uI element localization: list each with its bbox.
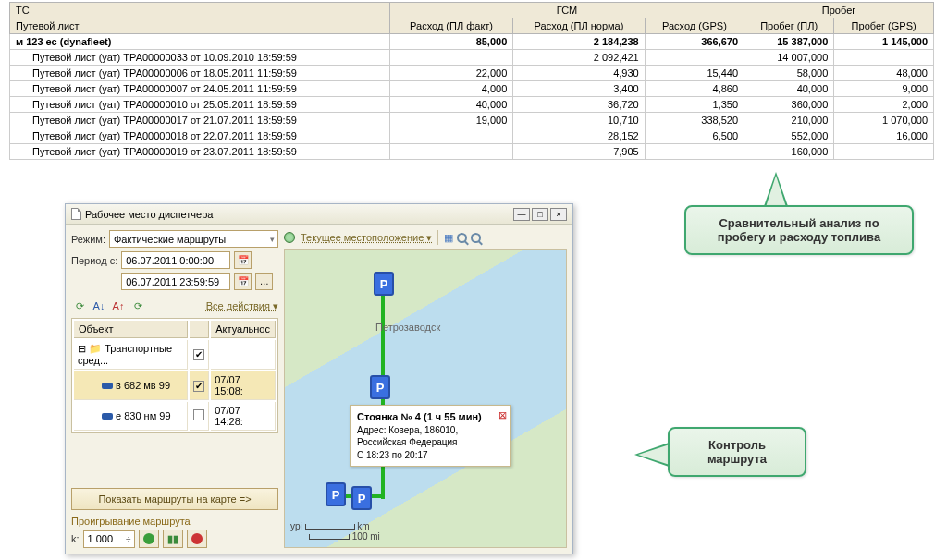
- table-row: Путевой лист (уат) ТРА00000006 от 18.05.…: [10, 66, 934, 81]
- col-waybill: Путевой лист: [10, 18, 390, 34]
- mode-label: Режим:: [71, 234, 105, 245]
- group-row: м 123 ес (dynafleet) 85,000 2 184,238 36…: [10, 34, 934, 50]
- tree-toolbar: ⟳ A↓ A↑ ⟳ Все действия ▾: [71, 298, 278, 314]
- map[interactable]: P P P P Петрозаводск ⊠ Стоянка № 4 (1 ч …: [284, 249, 567, 548]
- refresh-icon[interactable]: ⟳: [71, 298, 88, 314]
- reload-icon[interactable]: ⟳: [129, 298, 146, 314]
- col-gsm: ГСМ: [389, 3, 744, 18]
- tree-item-row[interactable]: е 830 нм 99 07/07 14:28:: [74, 402, 276, 431]
- dispatcher-window: Рабочее место диспетчера — □ × Режим: Фа…: [65, 203, 573, 554]
- table-row: Путевой лист (уат) ТРА00000017 от 21.07.…: [10, 113, 934, 128]
- parking-marker[interactable]: P: [374, 272, 394, 296]
- table-row: Путевой лист (уат) ТРА00000033 от 10.09.…: [10, 50, 934, 66]
- period-preset-button[interactable]: …: [255, 273, 273, 290]
- car-icon: [102, 383, 113, 389]
- checkbox[interactable]: ✔: [193, 349, 204, 360]
- car-icon: [102, 413, 113, 420]
- table-row: Путевой лист (уат) ТРА00000018 от 22.07.…: [10, 128, 934, 144]
- period-from-input[interactable]: 06.07.2011 0:00:00: [121, 251, 230, 269]
- pause-button[interactable]: ▮▮: [163, 530, 183, 548]
- parking-marker[interactable]: P: [351, 486, 372, 510]
- sort-asc-icon[interactable]: A↓: [91, 298, 107, 314]
- parking-marker[interactable]: P: [370, 375, 390, 399]
- zoom-in-icon[interactable]: [457, 233, 467, 243]
- period-to-input[interactable]: 06.07.2011 23:59:59: [121, 273, 230, 290]
- table-row: Путевой лист (уат) ТРА00000019 от 23.07.…: [10, 144, 934, 160]
- col-mileage-pl: Пробег (ПЛ): [744, 18, 834, 34]
- right-panel: Текущее местоположение ▾ ▦ P P P P Петро…: [284, 230, 567, 548]
- close-button[interactable]: ×: [550, 208, 567, 221]
- col-mileage: Пробег: [744, 3, 934, 18]
- city-label: Петрозаводск: [375, 322, 440, 333]
- tooltip-time: С 18:23 по 20:17: [357, 450, 428, 460]
- window-title: Рабочее место диспетчера: [85, 209, 213, 220]
- col-actual: Актуальнос: [211, 321, 276, 338]
- map-tooltip: ⊠ Стоянка № 4 (1 ч 55 мин) Адрес: Ковера…: [350, 405, 511, 467]
- left-panel: Режим: Фактические маршруты Период с: 06…: [71, 230, 278, 548]
- col-cons-fact: Расход (ПЛ факт): [389, 18, 512, 34]
- callout-tail: [763, 172, 789, 209]
- col-cons-gps: Расход (GPS): [645, 18, 744, 34]
- maximize-button[interactable]: □: [532, 208, 548, 221]
- table-row: Путевой лист (уат) ТРА00000010 от 25.05.…: [10, 97, 934, 113]
- col-object: Объект: [74, 321, 188, 338]
- record-button[interactable]: [187, 530, 207, 548]
- record-icon: [191, 533, 203, 544]
- checkbox[interactable]: [193, 409, 204, 420]
- sort-desc-icon[interactable]: A↑: [110, 298, 127, 314]
- report-table: ТС ГСМ Пробег Путевой лист Расход (ПЛ фа…: [9, 2, 934, 160]
- k-input[interactable]: 1 000: [83, 530, 135, 548]
- col-mileage-gps: Пробег (GPS): [834, 18, 934, 34]
- play-button[interactable]: [139, 530, 159, 548]
- callout-tail: [634, 442, 671, 468]
- tooltip-close-icon[interactable]: ⊠: [498, 408, 507, 422]
- col-cons-norm: Расход (ПЛ норма): [513, 18, 645, 34]
- period-label: Период с:: [71, 255, 117, 266]
- play-icon: [143, 533, 154, 544]
- map-scale: ypi km 100 mi: [290, 521, 380, 542]
- checkbox[interactable]: ✔: [193, 381, 204, 392]
- parking-marker[interactable]: P: [326, 482, 346, 506]
- document-icon: [71, 208, 81, 220]
- col-tc: ТС: [10, 3, 390, 18]
- window-titlebar[interactable]: Рабочее место диспетчера — □ ×: [66, 204, 572, 225]
- tree-root-row[interactable]: ⊟ 📁 Транспортные сред... ✔: [74, 340, 276, 370]
- callout-route-control: Контроль маршрута: [668, 427, 806, 477]
- calendar-button[interactable]: 📅: [234, 273, 252, 290]
- zoom-out-icon[interactable]: [471, 233, 481, 243]
- all-actions-link[interactable]: Все действия ▾: [206, 300, 278, 312]
- tooltip-title: Стоянка № 4 (1 ч 55 мин): [357, 411, 482, 422]
- globe-icon[interactable]: [284, 232, 295, 243]
- tree-item-row[interactable]: в 682 мв 99 ✔ 07/07 15:08:: [74, 371, 276, 400]
- minimize-button[interactable]: —: [513, 208, 530, 221]
- tooltip-address: Адрес: Ковера, 186010, Российская Федера…: [357, 425, 458, 448]
- show-routes-button[interactable]: Показать маршруты на карте =>: [71, 488, 278, 510]
- calendar-button[interactable]: 📅: [234, 251, 252, 269]
- objects-tree: Объект Актуальнос ⊟ 📁 Транспортные сред.…: [71, 318, 278, 433]
- table-row: Путевой лист (уат) ТРА00000007 от 24.05.…: [10, 81, 934, 97]
- k-label: k:: [71, 533, 80, 544]
- callout-analysis: Сравнительный анализ по пробегу и расход…: [684, 205, 914, 255]
- group-label: м 123 ес (dynafleet): [10, 34, 390, 50]
- map-toolbar: Текущее местоположение ▾ ▦: [284, 230, 567, 245]
- mode-combo[interactable]: Фактические маршруты: [109, 230, 278, 248]
- playback-label: Проигрывание маршрута: [71, 516, 278, 527]
- current-location-link[interactable]: Текущее местоположение ▾: [301, 232, 432, 244]
- layers-icon[interactable]: ▦: [444, 232, 453, 244]
